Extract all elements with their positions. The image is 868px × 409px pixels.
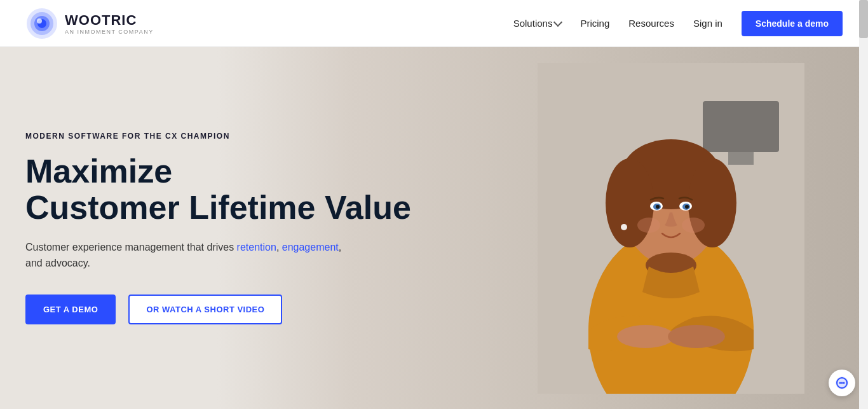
chat-icon bbox=[835, 376, 849, 390]
retention-link[interactable]: retention bbox=[237, 242, 276, 253]
logo[interactable]: WOOTRIC AN INMOMENT COMPANY bbox=[25, 7, 154, 40]
logo-icon bbox=[25, 7, 58, 40]
navbar: WOOTRIC AN INMOMENT COMPANY Solutions Pr… bbox=[0, 0, 868, 47]
scrollbar-thumb[interactable] bbox=[859, 0, 868, 38]
svg-point-29 bbox=[841, 382, 843, 384]
hero-title-line2: Customer Lifetime Value bbox=[25, 189, 411, 226]
hero-title: Maximize Customer Lifetime Value bbox=[25, 153, 411, 226]
svg-point-28 bbox=[839, 382, 841, 384]
svg-point-24 bbox=[617, 325, 674, 348]
solutions-link[interactable]: Solutions bbox=[513, 18, 562, 29]
svg-point-23 bbox=[621, 224, 627, 230]
signin-link[interactable]: Sign in bbox=[693, 18, 722, 29]
hero-section: MODERN SOFTWARE FOR THE CX CHAMPION Maxi… bbox=[0, 47, 868, 409]
logo-text: WOOTRIC bbox=[65, 12, 154, 29]
svg-point-19 bbox=[656, 205, 660, 209]
svg-point-4 bbox=[37, 18, 42, 24]
logo-subtext: AN INMOMENT COMPANY bbox=[65, 29, 154, 35]
schedule-demo-button[interactable]: Schedule a demo bbox=[742, 11, 843, 36]
chevron-down-icon bbox=[553, 18, 562, 27]
engagement-link[interactable]: engagement bbox=[282, 242, 339, 253]
svg-point-30 bbox=[843, 382, 845, 384]
hero-eyebrow: MODERN SOFTWARE FOR THE CX CHAMPION bbox=[25, 132, 411, 141]
watch-video-button[interactable]: OR WATCH A SHORT VIDEO bbox=[128, 295, 282, 324]
pricing-link[interactable]: Pricing bbox=[580, 18, 609, 29]
hero-subtitle: Customer experience management that driv… bbox=[25, 239, 343, 272]
hero-title-line1: Maximize bbox=[25, 153, 172, 190]
chat-widget-button[interactable] bbox=[829, 370, 855, 396]
hero-content: MODERN SOFTWARE FOR THE CX CHAMPION Maxi… bbox=[0, 132, 411, 324]
hero-person-image bbox=[512, 47, 830, 409]
svg-point-22 bbox=[682, 218, 705, 233]
svg-point-21 bbox=[637, 218, 660, 233]
svg-rect-7 bbox=[728, 152, 754, 165]
get-demo-button[interactable]: GET A DEMO bbox=[25, 295, 116, 324]
nav-links: Solutions Pricing Resources Sign in Sche… bbox=[513, 11, 843, 36]
svg-point-12 bbox=[606, 158, 654, 247]
scrollbar-track bbox=[859, 0, 868, 409]
svg-point-13 bbox=[688, 158, 736, 247]
svg-point-25 bbox=[668, 325, 725, 348]
svg-point-20 bbox=[685, 205, 689, 209]
hero-buttons: GET A DEMO OR WATCH A SHORT VIDEO bbox=[25, 295, 411, 324]
svg-rect-6 bbox=[703, 101, 779, 152]
hero-subtitle-text: Customer experience management that driv… bbox=[25, 242, 341, 269]
resources-link[interactable]: Resources bbox=[628, 18, 674, 29]
